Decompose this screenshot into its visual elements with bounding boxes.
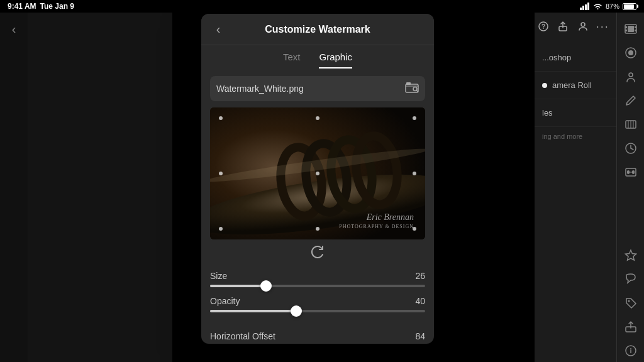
help-button[interactable]: ? bbox=[535, 17, 552, 36]
sidebar-clock-icon[interactable] bbox=[619, 137, 642, 160]
battery-icon bbox=[623, 3, 636, 10]
watermark-name: Eric Brennan bbox=[339, 212, 414, 223]
sidebar-filmstrip-icon[interactable] bbox=[619, 18, 642, 40]
svg-rect-24 bbox=[627, 170, 630, 174]
status-bar: 9:41 AM Tue Jan 9 87% bbox=[0, 0, 644, 13]
opacity-value: 40 bbox=[415, 296, 425, 306]
rotate-button-row bbox=[201, 239, 434, 267]
svg-rect-1 bbox=[582, 6, 584, 10]
size-slider-row: Size 26 bbox=[210, 271, 425, 287]
opacity-slider-track[interactable] bbox=[210, 310, 425, 312]
source-photoshop-label: ...oshop bbox=[542, 53, 571, 62]
opacity-label: Opacity bbox=[210, 296, 240, 306]
left-panel: ‹ bbox=[0, 13, 28, 362]
size-slider-track[interactable] bbox=[210, 285, 425, 287]
grid-dot bbox=[219, 172, 223, 175]
size-label: Size bbox=[210, 271, 227, 281]
svg-rect-3 bbox=[587, 3, 589, 10]
source-more-text: ing and more bbox=[535, 127, 616, 146]
rotate-icon bbox=[310, 244, 325, 260]
source-photoshop[interactable]: ...oshop bbox=[535, 44, 616, 72]
svg-rect-13 bbox=[628, 26, 634, 32]
svg-rect-31 bbox=[406, 84, 418, 92]
sidebar-info-icon[interactable]: i bbox=[619, 339, 642, 362]
source-camera-roll-label: amera Roll bbox=[552, 80, 592, 90]
sidebar-tag-icon[interactable] bbox=[619, 292, 642, 314]
grid-dot bbox=[219, 227, 223, 231]
svg-rect-11 bbox=[635, 26, 636, 28]
status-right: 87% bbox=[580, 3, 636, 10]
horizontal-offset-row: Horizontal Offset 84 bbox=[201, 327, 434, 344]
battery-percent: 87% bbox=[606, 3, 619, 10]
grid-dot bbox=[316, 116, 319, 120]
svg-rect-25 bbox=[632, 170, 635, 174]
grid-dot bbox=[413, 116, 416, 120]
status-time: 9:41 AM bbox=[8, 2, 36, 11]
opacity-slider-thumb[interactable] bbox=[291, 305, 302, 317]
modal-header: ‹ Customize Watermark bbox=[201, 14, 434, 45]
source-files-label: les bbox=[542, 108, 553, 118]
sidebar-export-icon[interactable] bbox=[619, 315, 642, 338]
opacity-label-row: Opacity 40 bbox=[210, 296, 425, 306]
grid-dot bbox=[316, 172, 319, 175]
sidebar-person-icon[interactable] bbox=[619, 65, 642, 88]
svg-rect-9 bbox=[625, 26, 627, 28]
right-sidebar: i bbox=[616, 13, 644, 362]
opacity-slider-row: Opacity 40 bbox=[210, 296, 425, 312]
preview-container: Eric Brennan PHOTOGRAPHY & DESIGN bbox=[210, 107, 425, 239]
preview-image: Eric Brennan PHOTOGRAPHY & DESIGN bbox=[210, 107, 425, 239]
tab-graphic[interactable]: Graphic bbox=[319, 52, 352, 69]
sidebar-filmstrip2-icon[interactable] bbox=[619, 113, 642, 136]
svg-text:i: i bbox=[630, 347, 631, 354]
user-button[interactable] bbox=[574, 17, 592, 36]
rotate-button[interactable] bbox=[310, 244, 325, 262]
second-panel bbox=[28, 13, 172, 362]
horizontal-offset-value: 84 bbox=[415, 331, 425, 341]
grid-dot bbox=[219, 116, 223, 120]
user-icon bbox=[578, 21, 588, 31]
sidebar-star-icon[interactable] bbox=[619, 244, 642, 266]
watermark-subtitle: PHOTOGRAPHY & DESIGN bbox=[339, 224, 414, 230]
size-slider-fill bbox=[210, 285, 266, 287]
modal-back-button[interactable]: ‹ bbox=[209, 20, 228, 39]
share-button[interactable] bbox=[555, 17, 572, 36]
right-panel-content: ...oshop amera Roll les ing and more bbox=[535, 13, 616, 362]
back-chevron-icon[interactable]: ‹ bbox=[12, 22, 16, 36]
tab-text[interactable]: Text bbox=[283, 52, 301, 69]
more-button[interactable]: ··· bbox=[594, 17, 612, 36]
modal-title: Customize Watermark bbox=[265, 24, 370, 35]
top-header-icons: ? ··· bbox=[535, 13, 616, 40]
svg-rect-2 bbox=[585, 4, 587, 10]
more-dots-icon: ··· bbox=[596, 20, 609, 33]
sliders-section: Size 26 Opacity 40 bbox=[201, 267, 434, 327]
svg-rect-10 bbox=[625, 30, 627, 31]
svg-point-15 bbox=[628, 50, 633, 55]
back-arrow-icon: ‹ bbox=[216, 22, 221, 36]
watermark-preview-text: Eric Brennan PHOTOGRAPHY & DESIGN bbox=[339, 212, 414, 230]
file-input-value: Watermark_White.png bbox=[216, 84, 405, 94]
opacity-slider-fill bbox=[210, 310, 296, 312]
dot-indicator bbox=[542, 83, 547, 88]
wifi-icon bbox=[593, 3, 602, 10]
sidebar-sliders-icon[interactable] bbox=[619, 161, 642, 184]
size-slider-thumb[interactable] bbox=[260, 280, 272, 292]
svg-rect-12 bbox=[635, 30, 636, 31]
signal-icon bbox=[580, 3, 590, 10]
size-label-row: Size 26 bbox=[210, 271, 425, 281]
svg-rect-0 bbox=[580, 8, 582, 10]
grid-dot bbox=[316, 227, 319, 231]
source-files[interactable]: les bbox=[535, 99, 616, 127]
svg-text:?: ? bbox=[541, 23, 545, 30]
help-icon: ? bbox=[538, 21, 548, 31]
tabs-container: Text Graphic bbox=[201, 45, 434, 69]
sidebar-chat-icon[interactable] bbox=[619, 268, 642, 290]
grid-dot bbox=[413, 172, 416, 175]
source-camera-roll[interactable]: amera Roll bbox=[535, 72, 616, 99]
file-input-row[interactable]: Watermark_White.png bbox=[210, 76, 425, 101]
svg-rect-32 bbox=[406, 82, 411, 85]
svg-marker-26 bbox=[625, 250, 636, 260]
file-browse-icon[interactable] bbox=[405, 82, 419, 96]
sidebar-circle-icon[interactable] bbox=[619, 41, 642, 64]
share-icon bbox=[558, 21, 568, 31]
sidebar-pen-icon[interactable] bbox=[619, 89, 642, 112]
